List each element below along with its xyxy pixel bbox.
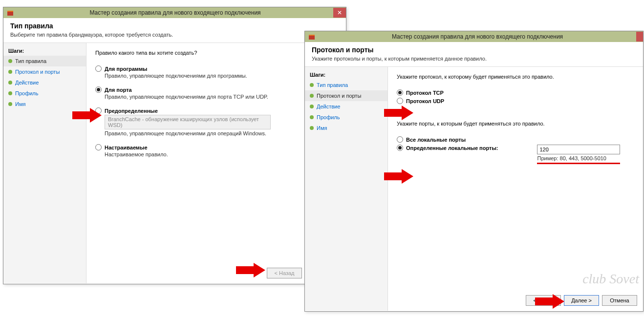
option-custom: Настраиваемые Настраиваемое правило. [95,144,337,157]
steps-sidebar: Шаги: Тип правила Протокол и порты Дейст… [305,67,388,311]
protocol-prompt: Укажите протокол, к которому будет приме… [397,74,634,80]
step-dot-icon [8,102,12,106]
radio-specific-ports[interactable] [397,145,403,151]
radio-program-label: Для программы [105,66,147,72]
step-label: Действие [15,80,39,85]
step-name[interactable]: Имя [3,99,86,109]
radio-custom[interactable] [95,144,102,150]
step-label: Протокол и порты [317,93,361,99]
step-dot-icon [310,105,314,108]
wizard-window-protocol-ports: Мастер создания правила для нового входя… [304,31,644,312]
step-name[interactable]: Имя [305,123,387,133]
wizard-window-rule-type: Мастер создания правила для нового входя… [3,7,346,284]
next-button[interactable]: Далее > [564,295,599,306]
close-button[interactable]: ✕ [333,8,346,18]
step-dot-icon [310,115,314,119]
ports-input[interactable] [537,145,620,154]
radio-program-desc: Правило, управляющее подключениями для п… [105,73,337,79]
step-dot-icon [8,59,12,63]
radio-tcp[interactable] [397,89,403,96]
window-title: Мастер создания правила для нового входя… [17,9,333,16]
step-dot-icon [310,94,314,98]
radio-predefined-label: Предопределенные [105,108,158,114]
step-label: Профиль [15,90,39,96]
svg-rect-3 [309,35,315,36]
step-label: Тип правила [317,82,348,88]
back-button[interactable]: < Назад [526,295,561,306]
radio-custom-desc: Настраиваемое правило. [105,151,337,157]
cancel-button[interactable]: Отмена [602,295,637,306]
step-profile[interactable]: Профиль [3,88,86,99]
step-action[interactable]: Действие [305,101,387,112]
radio-predefined-desc: Правило, управляющее подключениями для о… [105,130,337,136]
option-port: Для порта Правило, управляющее подключен… [95,86,337,100]
radio-predefined[interactable] [95,107,102,114]
svg-rect-1 [7,11,13,12]
ports-example: Пример: 80, 443, 5000-5010 [537,155,620,161]
firewall-icon [308,33,316,41]
step-rule-type[interactable]: Тип правила [305,80,387,90]
step-dot-icon [8,81,12,85]
radio-port-desc: Правило, управляющее подключениями для п… [105,94,337,100]
step-dot-icon [310,83,314,87]
step-protocol-ports[interactable]: Протокол и порты [3,66,86,77]
firewall-icon [6,9,14,17]
radio-port-label: Для порта [105,87,132,93]
radio-udp[interactable] [397,98,403,104]
steps-heading: Шаги: [3,46,86,56]
step-profile[interactable]: Профиль [305,112,387,123]
step-label: Действие [317,104,340,109]
page-title: Протокол и порты [312,46,636,54]
radio-program[interactable] [95,65,102,72]
steps-heading: Шаги: [305,70,387,80]
radio-port[interactable] [95,86,102,93]
step-dot-icon [310,126,314,130]
step-label: Тип правила [15,58,46,64]
wizard-content: Укажите протокол, к которому будет приме… [388,67,643,311]
radio-tcp-label: Протокол TCP [406,90,444,96]
step-label: Имя [15,101,25,107]
content-prompt: Правило какого типа вы хотите создать? [95,50,337,56]
step-action[interactable]: Действие [3,77,86,88]
option-program: Для программы Правило, управляющее подкл… [95,65,337,79]
step-dot-icon [8,70,12,74]
step-protocol-ports[interactable]: Протокол и порты [305,90,387,101]
option-specific-ports: Определенные локальные порты: Пример: 80… [397,145,634,164]
step-label: Протокол и порты [15,69,60,75]
page-subtitle: Укажите протоколы и порты, к которым при… [312,56,636,62]
radio-all-ports-label: Все локальные порты [406,137,466,143]
option-udp: Протокол UDP [397,98,634,104]
titlebar: Мастер создания правила для нового входя… [305,31,643,42]
step-dot-icon [8,91,12,95]
wizard-body: Шаги: Тип правила Протокол и порты Дейст… [305,67,643,311]
step-label: Профиль [317,114,340,120]
window-title: Мастер создания правила для нового входя… [319,33,636,40]
annotation-underline [537,163,620,164]
ports-prompt: Укажите порты, к которым будет применять… [397,121,634,127]
back-button[interactable]: < Назад [267,268,302,278]
wizard-footer: < Назад Далее > Отмена [526,295,637,306]
predefined-combo: BranchCache - обнаружение кэширующих узл… [105,115,271,129]
wizard-header: Протокол и порты Укажите протоколы и пор… [305,42,643,67]
radio-all-ports[interactable] [397,136,403,143]
option-predefined: Предопределенные BranchCache - обнаружен… [95,107,337,136]
page-subtitle: Выберите тип правила брандмауэра, которо… [10,32,339,38]
wizard-header: Тип правила Выберите тип правила брандма… [3,18,346,43]
steps-sidebar: Шаги: Тип правила Протокол и порты Дейст… [3,43,86,283]
titlebar: Мастер создания правила для нового входя… [3,7,346,18]
step-rule-type[interactable]: Тип правила [3,56,86,66]
close-button[interactable] [636,32,643,42]
radio-specific-ports-label: Определенные локальные порты: [406,145,498,151]
radio-udp-label: Протокол UDP [406,98,444,104]
option-all-ports: Все локальные порты [397,136,634,143]
wizard-body: Шаги: Тип правила Протокол и порты Дейст… [3,43,346,283]
step-label: Имя [317,125,327,131]
radio-custom-label: Настраиваемые [105,145,148,150]
option-tcp: Протокол TCP [397,89,634,96]
page-title: Тип правила [10,22,339,30]
